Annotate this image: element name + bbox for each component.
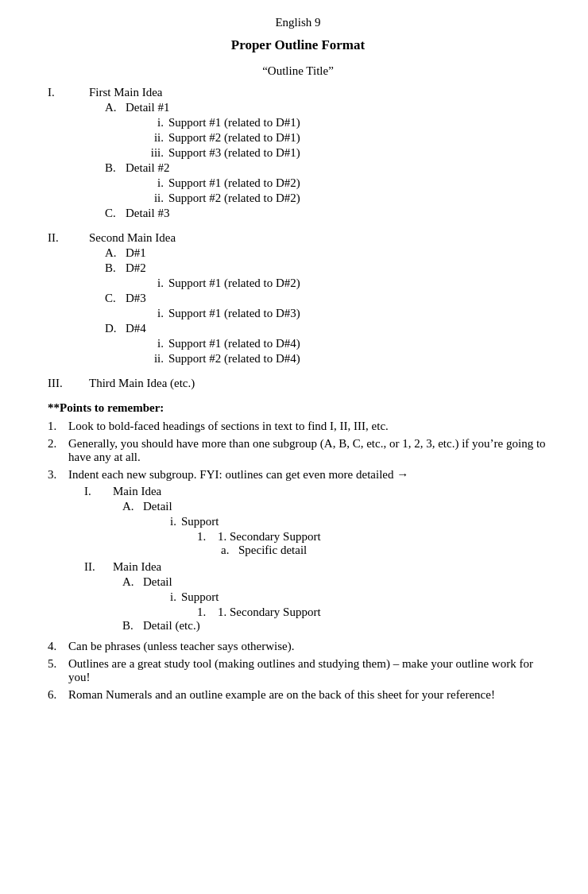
detail-IID-text: D#4 xyxy=(126,322,548,335)
nested-2-detail-A-text: Detail xyxy=(143,575,172,589)
nested-2-support-i: i. Support xyxy=(157,590,548,604)
detail-IA: A. Detail #1 xyxy=(105,101,548,114)
course-header: English 9 xyxy=(48,16,548,29)
support-IBi: i. Support #1 (related to D#2) xyxy=(145,176,548,190)
detail-IA-text: Detail #1 xyxy=(126,101,548,114)
support-IAii-text: Support #2 (related to D#1) xyxy=(168,131,548,145)
roman-small-IIDi: i. xyxy=(145,337,168,350)
detail-IID: D. D#4 xyxy=(105,322,548,335)
point-1-text: Look to bold-faced headings of sections … xyxy=(68,420,548,433)
nested-1-specific-row: a. Specific detail xyxy=(221,544,548,557)
support-IICi: i. Support #1 (related to D#3) xyxy=(145,307,548,320)
support-IIDi: i. Support #1 (related to D#4) xyxy=(145,337,548,350)
outline-title: “Outline Title” xyxy=(48,64,548,78)
main-idea-III: III. Third Main Idea (etc.) xyxy=(48,377,548,390)
main-idea-I-text: First Main Idea xyxy=(89,86,548,99)
support-block-IB: i. Support #1 (related to D#2) ii. Suppo… xyxy=(145,176,548,205)
nested-2-support-text: Support xyxy=(181,590,219,604)
detail-IC: C. Detail #3 xyxy=(105,207,548,220)
point-1-num: 1. xyxy=(48,420,68,433)
nested-1-roman-sm: i. xyxy=(157,515,181,528)
support-IIDii-text: Support #2 (related to D#4) xyxy=(168,352,548,366)
main-idea-I: I. First Main Idea xyxy=(48,86,548,99)
point-6-text: Roman Numerals and an outline example ar… xyxy=(68,688,548,702)
nested-1-detail-block: A. Detail i. Support 1. 1. S xyxy=(122,500,548,557)
nested-1-support-block: i. Support 1. 1. Secondary Support a. xyxy=(157,515,548,557)
nested-1-detail-A-text: Detail xyxy=(143,500,172,513)
nested-1-specific-alpha: a. xyxy=(221,544,238,557)
roman-small-IICi: i. xyxy=(145,307,168,320)
nested-1-specific-text: Specific detail xyxy=(238,544,307,557)
nested-example-2: II. Main Idea A. Detail i. Support xyxy=(84,560,548,633)
point-3-text: Indent each new subgroup. FYI: outlines … xyxy=(68,468,548,636)
detail-IB-text: Detail #2 xyxy=(126,161,548,175)
detail-IIA: A. D#1 xyxy=(105,246,548,260)
nested-1-main-text: Main Idea xyxy=(113,485,161,498)
point-3: 3. Indent each new subgroup. FYI: outlin… xyxy=(48,468,548,636)
nested-example-1: I. Main Idea A. Detail i. Support xyxy=(84,485,548,557)
support-IIBi-text: Support #1 (related to D#2) xyxy=(168,277,548,290)
nested-1-support-text: Support xyxy=(181,515,219,528)
support-IIDii: ii. Support #2 (related to D#4) xyxy=(145,352,548,366)
nested-2-alpha-B: B. xyxy=(122,619,143,633)
main-idea-II-text: Second Main Idea xyxy=(89,231,548,245)
support-IAi-text: Support #1 (related to D#1) xyxy=(168,116,548,130)
support-IBi-text: Support #1 (related to D#2) xyxy=(168,176,548,190)
detail-IIA-text: D#1 xyxy=(126,246,548,260)
nested-1-secondary-row: 1. 1. Secondary Support xyxy=(197,530,548,544)
point-5-text: Outlines are a great study tool (making … xyxy=(68,657,548,684)
nested-1-alpha: A. xyxy=(122,500,143,513)
point-1: 1. Look to bold-faced headings of sectio… xyxy=(48,420,548,433)
point-6: 6. Roman Numerals and an outline example… xyxy=(48,688,548,702)
roman-small-IAii: ii. xyxy=(145,131,168,145)
nested-2-secondary-num: 1. xyxy=(197,606,218,619)
nested-2-secondary-text: 1. Secondary Support xyxy=(218,606,321,619)
detail-IC-text: Detail #3 xyxy=(126,207,548,220)
alpha-IIC: C. xyxy=(105,292,126,305)
nested-2-main-text: Main Idea xyxy=(113,560,161,574)
nested-1-secondary-block: 1. 1. Secondary Support a. Specific deta… xyxy=(197,530,548,557)
roman-II: II. xyxy=(48,231,89,245)
support-IAiii: iii. Support #3 (related to D#1) xyxy=(145,146,548,160)
detail-IIC-text: D#3 xyxy=(126,292,548,305)
support-IICi-text: Support #1 (related to D#3) xyxy=(168,307,548,320)
point-5-num: 5. xyxy=(48,657,68,684)
alpha-IA: A. xyxy=(105,101,126,114)
support-IAiii-text: Support #3 (related to D#1) xyxy=(168,146,548,160)
point-2-text: Generally, you should have more than one… xyxy=(68,437,548,464)
support-IIDi-text: Support #1 (related to D#4) xyxy=(168,337,548,350)
support-block-IID: i. Support #1 (related to D#4) ii. Suppo… xyxy=(145,337,548,366)
nested-2-roman-sm: i. xyxy=(157,590,181,604)
nested-1-detail-A: A. Detail xyxy=(122,500,548,513)
roman-I: I. xyxy=(48,86,89,99)
section-I: I. First Main Idea A. Detail #1 i. Suppo… xyxy=(48,86,548,220)
point-4-text: Can be phrases (unless teacher says othe… xyxy=(68,640,548,653)
detail-block-II: A. D#1 B. D#2 i. Support #1 (related to … xyxy=(105,246,548,366)
point-2: 2. Generally, you should have more than … xyxy=(48,437,548,464)
course-label: English 9 xyxy=(275,16,320,29)
nested-2-detail-B-text: Detail (etc.) xyxy=(143,619,200,633)
detail-IB: B. Detail #2 xyxy=(105,161,548,175)
detail-block-I: A. Detail #1 i. Support #1 (related to D… xyxy=(105,101,548,220)
nested-1-main: I. Main Idea xyxy=(84,485,548,498)
nested-1-secondary-num: 1. xyxy=(197,530,218,544)
nested-2-detail-block: A. Detail i. Support 1. 1. S xyxy=(122,575,548,633)
detail-IIC: C. D#3 xyxy=(105,292,548,305)
roman-small-IBii: ii. xyxy=(145,192,168,205)
support-IAi: i. Support #1 (related to D#1) xyxy=(145,116,548,130)
point-5: 5. Outlines are a great study tool (maki… xyxy=(48,657,548,684)
detail-IIB: B. D#2 xyxy=(105,261,548,275)
main-idea-II: II. Second Main Idea xyxy=(48,231,548,245)
support-IBii: ii. Support #2 (related to D#2) xyxy=(145,192,548,205)
roman-small-IIBi: i. xyxy=(145,277,168,290)
nested-2-secondary-row: 1. 1. Secondary Support xyxy=(197,606,548,619)
roman-small-IIDii: ii. xyxy=(145,352,168,366)
support-block-IIB: i. Support #1 (related to D#2) xyxy=(145,277,548,290)
point-4-num: 4. xyxy=(48,640,68,653)
nested-1-secondary-text: 1. Secondary Support xyxy=(218,530,321,544)
points-section: **Points to remember: 1. Look to bold-fa… xyxy=(48,401,548,702)
roman-small-IBi: i. xyxy=(145,176,168,190)
nested-1-support-i: i. Support xyxy=(157,515,548,528)
nested-2-support-block: i. Support 1. 1. Secondary Support xyxy=(157,590,548,619)
nested-2-roman: II. xyxy=(84,560,113,574)
